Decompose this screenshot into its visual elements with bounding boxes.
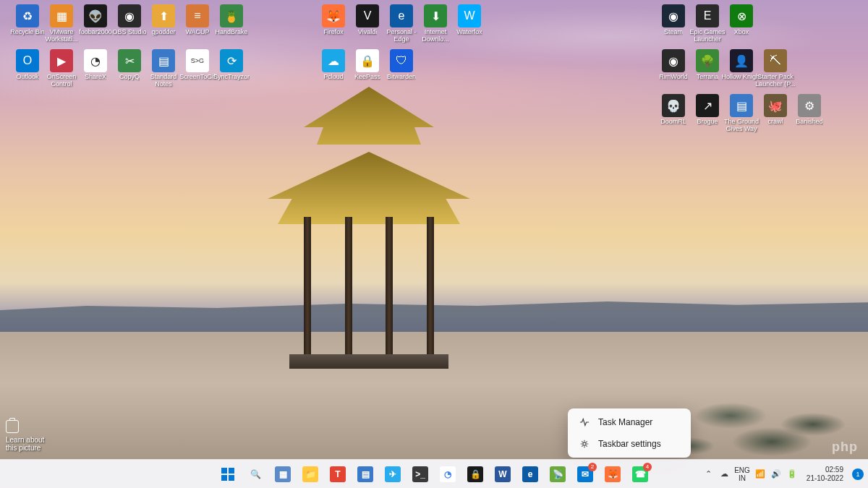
app-icon: ▤ (730, 94, 753, 117)
gear-icon (579, 439, 590, 449)
feeds-icon: 📡 (550, 466, 566, 482)
keepass-icon: 🔒 (467, 466, 483, 482)
taskbar-mail[interactable]: ✉2 (572, 461, 598, 487)
system-tray: ⌃ ☁ ENG IN 📶 🔊 🔋 02:59 21-10-2022 1 (702, 460, 864, 488)
desktop-icon-synctrayzor[interactable]: ⟳SyncTrayzor (210, 48, 253, 82)
todoist-icon: T (330, 466, 346, 482)
taskbar-keepass[interactable]: 🔒 (462, 461, 488, 487)
taskbar-pinned-area: 🔍▦📁T▤✈>_◔🔒We📡✉2🦊☎4 (215, 461, 653, 487)
taskbar-task-view[interactable]: ▦ (270, 461, 296, 487)
app-icon: e (390, 4, 413, 27)
desktop-icons-area: ♻Recycle Bin▦VMware Workstati...👽foobar2… (0, 0, 868, 459)
icon-label: HandBrake (215, 29, 247, 36)
app-icon: E (696, 4, 719, 27)
icon-label: Waterfox (456, 29, 482, 36)
taskbar-firefox[interactable]: 🦊 (600, 461, 626, 487)
watermark-text: php (832, 440, 858, 455)
app-icon: ♻ (16, 4, 39, 27)
menu-item-task-manager[interactable]: Task Manager (571, 411, 688, 433)
app-icon: 🌳 (696, 49, 719, 72)
tray-chevron-icon[interactable]: ⌃ (702, 468, 714, 480)
app-icon: ↗ (696, 94, 719, 117)
desktop-icon-bitwarden[interactable]: 🛡Bitwarden (380, 48, 423, 82)
desktop-icon-xbox[interactable]: ⊗Xbox (720, 3, 763, 38)
app-icon: ◉ (118, 4, 141, 27)
camera-icon (6, 420, 19, 433)
badge: 4 (643, 463, 652, 471)
app-icon: 🔒 (356, 49, 379, 72)
icon-label: Firefox (323, 29, 344, 36)
notes-icon: ▤ (357, 466, 373, 482)
taskbar-start[interactable] (215, 461, 241, 487)
battery-icon[interactable]: 🔋 (786, 468, 798, 480)
icon-label: DoomRL (660, 119, 686, 126)
icon-label: Vivaldi (358, 29, 377, 36)
pulse-icon (579, 417, 590, 427)
wifi-icon[interactable]: 📶 (754, 468, 766, 480)
icon-label: Steam (664, 29, 683, 36)
start-icon (220, 466, 236, 482)
taskbar-notes[interactable]: ▤ (352, 461, 378, 487)
app-icon: 👤 (730, 49, 753, 72)
learn-line1: Learn about (6, 436, 44, 444)
telegram-icon: ✈ (385, 466, 401, 482)
terminal-icon: >_ (412, 466, 428, 482)
notification-badge[interactable]: 1 (852, 468, 864, 480)
desktop-icon-waterfox[interactable]: WWaterfox (448, 3, 491, 38)
taskbar-terminal[interactable]: >_ (407, 461, 433, 487)
app-icon: ⛏ (764, 49, 787, 72)
taskbar[interactable]: 🔍▦📁T▤✈>_◔🔒We📡✉2🦊☎4 ⌃ ☁ ENG IN 📶 🔊 🔋 02:5… (0, 459, 868, 488)
icon-label: CopyQ (119, 74, 140, 81)
app-icon: ✂ (118, 49, 141, 72)
icon-label: Outlook (16, 74, 38, 81)
app-icon: 🛡 (390, 49, 413, 72)
language-indicator[interactable]: ENG IN (734, 466, 750, 482)
onedrive-icon[interactable]: ☁ (718, 468, 730, 480)
taskbar-whatsapp[interactable]: ☎4 (627, 461, 653, 487)
taskbar-search[interactable]: 🔍 (242, 461, 268, 487)
app-icon: W (458, 4, 481, 27)
taskbar-chrome[interactable]: ◔ (435, 461, 461, 487)
volume-icon[interactable]: 🔊 (770, 468, 782, 480)
svg-point-0 (583, 442, 586, 445)
icon-label: crawl (767, 119, 783, 126)
menu-item-taskbar-settings[interactable]: Taskbar settings (571, 433, 688, 455)
icon-label: Pcloud (323, 74, 344, 81)
icon-label: Terraria (697, 74, 719, 81)
app-icon: 👽 (84, 4, 107, 27)
app-icon: ▶ (50, 49, 73, 72)
desktop-icon-handbrake[interactable]: 🍍HandBrake (210, 3, 253, 38)
icon-label: Banished (796, 119, 823, 126)
icon-label: ShareX (85, 74, 106, 81)
taskbar-todoist[interactable]: T (325, 461, 351, 487)
icon-label: KeePass (354, 74, 380, 81)
svg-rect-3 (221, 475, 227, 481)
app-icon: ▤ (152, 49, 175, 72)
taskbar-edge[interactable]: e (517, 461, 543, 487)
taskbar-explorer[interactable]: 📁 (297, 461, 323, 487)
spotlight-learn-widget[interactable]: Learn about this picture (6, 420, 44, 452)
firefox-icon: 🦊 (605, 466, 621, 482)
taskbar-feeds[interactable]: 📡 (545, 461, 571, 487)
desktop-icon-banished[interactable]: ⚙Banished (788, 93, 831, 127)
clock[interactable]: 02:59 21-10-2022 (802, 466, 848, 483)
search-icon: 🔍 (247, 466, 263, 482)
badge: 2 (588, 463, 597, 471)
taskbar-word[interactable]: W (490, 461, 516, 487)
app-icon: ⚙ (798, 94, 821, 117)
menu-label: Taskbar settings (598, 439, 661, 449)
app-icon: 💀 (662, 94, 685, 117)
desktop-icon-starter-pack-launcher-p[interactable]: ⛏Starter Pack Launcher (P... (754, 48, 797, 90)
icon-label: WACUP (185, 29, 209, 36)
icon-label: foobar2000 (79, 29, 112, 36)
icon-label: gpodder (151, 29, 175, 36)
task-view-icon: ▦ (275, 466, 291, 482)
app-icon: ⟳ (220, 49, 243, 72)
app-icon: S>G (186, 49, 209, 72)
app-icon: 🦊 (322, 4, 345, 27)
taskbar-telegram[interactable]: ✈ (380, 461, 406, 487)
app-icon: ⊗ (730, 4, 753, 27)
app-icon: ☁ (322, 49, 345, 72)
word-icon: W (495, 466, 511, 482)
icon-label: Starter Pack Launcher (P... (755, 74, 796, 88)
